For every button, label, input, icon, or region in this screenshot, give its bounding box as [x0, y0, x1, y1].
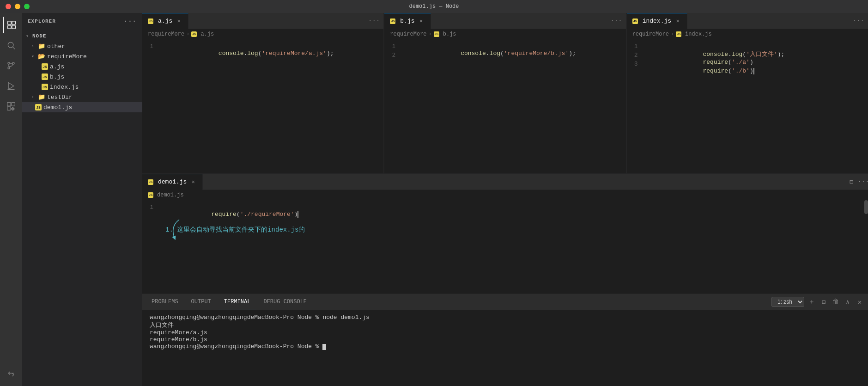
- terminal-prompt: wangzhongqing@wangzhongqingdeMacBook-Pro…: [150, 343, 322, 350]
- sidebar: EXPLORER ··· ▾ NODE › 📁 other ▾ 📂 requir…: [22, 13, 142, 386]
- svg-rect-0: [8, 21, 11, 25]
- panel-tab-output[interactable]: OUTPUT: [186, 294, 217, 310]
- terminal-select[interactable]: 1: zsh: [771, 297, 804, 307]
- annotation-text: 1. 这里会自动寻找当前文件夹下的index.js的: [165, 226, 859, 234]
- panel-tabs: PROBLEMS OUTPUT TERMINAL DEBUG CONSOLE 1…: [142, 294, 868, 310]
- code-line: 1 console.log('requireMore/a.js');: [142, 43, 383, 52]
- sidebar-header: EXPLORER ···: [22, 13, 142, 29]
- remote-icon[interactable]: [3, 366, 19, 382]
- breadcrumb-sep: ›: [186, 31, 189, 37]
- run-icon[interactable]: [3, 78, 19, 94]
- window-controls[interactable]: [6, 4, 30, 9]
- root-label: NODE: [32, 33, 46, 39]
- code-line: 2 require('./a'): [627, 52, 868, 61]
- tree-root-node[interactable]: ▾ NODE: [22, 31, 142, 41]
- js-file-icon: JS: [35, 104, 42, 110]
- more-icon[interactable]: ···: [859, 177, 868, 186]
- folder-label: testDir: [47, 94, 73, 101]
- title-bar: demo1.js — Node: [0, 0, 868, 13]
- editor-column-left: JS a.js ✕ ··· requireMore › JS a.js: [142, 13, 384, 173]
- minimize-button[interactable]: [15, 4, 20, 9]
- explorer-icon[interactable]: [3, 17, 19, 33]
- chevron-up-icon[interactable]: ∧: [843, 297, 852, 306]
- sidebar-item-requiremore[interactable]: ▾ 📂 requireMore: [22, 51, 142, 61]
- tab-label: PROBLEMS: [152, 299, 178, 305]
- js-icon: JS: [434, 31, 439, 37]
- line-content: console.log('requireMore/a.js');: [161, 43, 334, 64]
- js-tab-icon: JS: [390, 18, 395, 24]
- split-editor-icon[interactable]: ⊟: [847, 177, 856, 186]
- js-tab-icon: JS: [632, 18, 638, 24]
- bottom-panel: PROBLEMS OUTPUT TERMINAL DEBUG CONSOLE 1…: [142, 294, 868, 386]
- sidebar-item-other[interactable]: › 📁 other: [22, 41, 142, 51]
- search-icon[interactable]: [3, 37, 19, 54]
- new-file-icon[interactable]: ···: [124, 18, 137, 25]
- panel-tab-problems[interactable]: PROBLEMS: [146, 294, 184, 310]
- breadcrumb-mid: requireMore › JS b.js: [384, 29, 625, 39]
- breadcrumb-bottom: JS demo1.js: [142, 190, 868, 200]
- js-tab-icon: JS: [148, 18, 153, 24]
- tab-bjs[interactable]: JS b.js ✕: [384, 13, 431, 29]
- extensions-icon[interactable]: [3, 98, 19, 115]
- folder-icon: 📁: [38, 43, 45, 50]
- tab-bar-bottom: JS demo1.js ✕ ⊟ ···: [142, 174, 868, 190]
- terminal-cursor: [322, 344, 326, 350]
- tab-label: a.js: [158, 18, 172, 25]
- tab-close-button[interactable]: ✕: [674, 18, 681, 25]
- breadcrumb-file: index.js: [685, 31, 712, 37]
- panel-tab-debug[interactable]: DEBUG CONSOLE: [258, 294, 312, 310]
- sidebar-item-bjs[interactable]: JS b.js: [22, 72, 142, 82]
- close-button[interactable]: [6, 4, 11, 9]
- scrollbar-thumb[interactable]: [864, 200, 868, 214]
- terminal-prompt: wangzhongqing@wangzhongqingdeMacBook-Pro…: [150, 314, 370, 321]
- svg-line-5: [13, 47, 15, 49]
- close-panel-icon[interactable]: ✕: [855, 297, 864, 306]
- chevron-right-icon: ›: [31, 95, 37, 100]
- line-content: console.log('requireMore/b.js');: [403, 43, 576, 64]
- tab-more-icon[interactable]: ···: [849, 17, 868, 25]
- bottom-editor: JS demo1.js ✕ ⊟ ··· JS demo1.js 1: [142, 173, 868, 294]
- add-terminal-icon[interactable]: ＋: [807, 297, 816, 306]
- source-control-icon[interactable]: [3, 57, 19, 74]
- tab-close-button[interactable]: ✕: [175, 18, 182, 25]
- tab-ajs[interactable]: JS a.js ✕: [142, 13, 188, 29]
- terminal-line: wangzhongqing@wangzhongqingdeMacBook-Pro…: [150, 314, 861, 321]
- sidebar-item-demo1js[interactable]: JS demo1.js: [22, 102, 142, 112]
- tab-indexjs[interactable]: JS index.js ✕: [627, 13, 687, 29]
- tab-close-button[interactable]: ✕: [189, 178, 197, 186]
- editor-column-mid: JS b.js ✕ ··· requireMore › JS b.js: [384, 13, 626, 173]
- js-file-icon: JS: [42, 74, 48, 80]
- panel-tab-terminal[interactable]: TERMINAL: [219, 294, 256, 310]
- activity-bar: [0, 13, 22, 386]
- code-editor-bottom: 1 require('./requireMore'): [142, 200, 868, 294]
- tab-label: DEBUG CONSOLE: [263, 299, 307, 305]
- tab-more-icon[interactable]: ···: [607, 17, 625, 25]
- sidebar-header-icons[interactable]: ···: [124, 18, 137, 25]
- scrollbar-track[interactable]: [864, 200, 868, 294]
- annotation-container: 1. 这里会自动寻找当前文件夹下的index.js的: [142, 213, 868, 234]
- editor-area: JS a.js ✕ ··· requireMore › JS a.js: [142, 13, 868, 386]
- sidebar-item-indexjs[interactable]: JS index.js: [22, 82, 142, 92]
- file-label: b.js: [50, 74, 64, 80]
- js-icon: JS: [148, 192, 153, 198]
- line-number: 1: [629, 43, 645, 50]
- tab-close-button[interactable]: ✕: [418, 18, 425, 25]
- trash-icon[interactable]: 🗑: [831, 297, 840, 306]
- sidebar-item-testdir[interactable]: › 📁 testDir: [22, 92, 142, 102]
- code-editor-left: 1 console.log('requireMore/a.js');: [142, 39, 383, 173]
- file-label: a.js: [50, 63, 64, 70]
- terminal-output: requireMore/b.js: [150, 336, 207, 343]
- tab-demo1js[interactable]: JS demo1.js ✕: [142, 174, 203, 190]
- terminal-line: 入口文件: [150, 321, 861, 329]
- tab-more-icon[interactable]: ···: [364, 17, 383, 25]
- line-number: 1: [144, 43, 161, 50]
- line-number: 1: [386, 43, 403, 50]
- split-terminal-icon[interactable]: ⊟: [819, 297, 828, 306]
- breadcrumb-sep: ›: [671, 31, 674, 37]
- maximize-button[interactable]: [24, 4, 30, 9]
- chevron-down-icon: ▾: [26, 33, 31, 39]
- terminal-line: wangzhongqing@wangzhongqingdeMacBook-Pro…: [150, 343, 861, 350]
- breadcrumb-left: requireMore › JS a.js: [142, 29, 383, 39]
- breadcrumb-part: requireMore: [632, 31, 669, 37]
- sidebar-item-ajs[interactable]: JS a.js: [22, 61, 142, 72]
